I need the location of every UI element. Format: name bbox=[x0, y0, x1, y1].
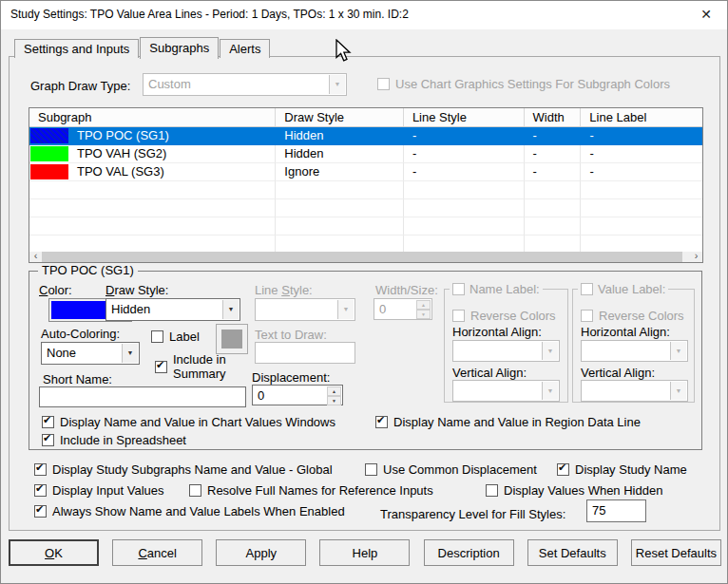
display-input-values-checkbox[interactable]: Display Input Values bbox=[34, 483, 164, 498]
ok-button[interactable]: OK bbox=[9, 539, 99, 566]
name-label-title: Name Label: bbox=[450, 282, 543, 296]
color-swatch bbox=[30, 146, 68, 161]
name-horizontal-align-combobox: ▼ bbox=[452, 340, 560, 362]
cancel-button[interactable]: Cancel bbox=[112, 539, 202, 566]
spinner-down-icon[interactable]: ▼ bbox=[327, 396, 341, 405]
use-common-displacement-checkbox[interactable]: Use Common Displacement bbox=[365, 462, 537, 477]
scrollbar-thumb[interactable] bbox=[42, 252, 682, 262]
table-row-empty bbox=[29, 199, 702, 217]
spinner-down-icon: ▼ bbox=[416, 310, 431, 319]
subgraph-list: Subgraph Draw Style Line Style Width Lin… bbox=[29, 107, 703, 263]
tab-subgraphs[interactable]: Subgraphs bbox=[140, 37, 219, 59]
scroll-right-icon[interactable]: › bbox=[690, 252, 702, 262]
always-show-labels-checkbox[interactable]: Always Show Name and Value Labels When E… bbox=[34, 504, 345, 518]
name-label-group: Name Label: Reverse Colors Horizontal Al… bbox=[444, 289, 568, 403]
include-in-spreadsheet-checkbox[interactable]: Include in Spreadsheet bbox=[42, 433, 186, 447]
value-horizontal-align-label: Horizontal Align: bbox=[581, 325, 670, 340]
window-title: Study Settings: TPO Value Area Lines - P… bbox=[10, 8, 409, 21]
chevron-down-icon: ▼ bbox=[670, 382, 686, 400]
tab-settings-and-inputs[interactable]: Settings and Inputs bbox=[14, 39, 139, 58]
name-label-checkbox bbox=[452, 283, 465, 295]
use-chart-graphics-checkbox: Use Chart Graphics Settings For Subgraph… bbox=[377, 77, 670, 91]
include-in-summary-checkbox[interactable]: Include in Summary bbox=[155, 352, 250, 381]
chevron-down-icon: ▼ bbox=[329, 75, 345, 94]
close-icon[interactable]: ✕ bbox=[697, 6, 716, 23]
column-header-width[interactable]: Width bbox=[525, 108, 582, 126]
table-row-empty bbox=[29, 217, 702, 235]
short-name-label: Short Name: bbox=[43, 372, 112, 387]
line-style-label: Line Style: bbox=[255, 283, 313, 298]
button-row: OK Cancel Apply Help Description Set Def… bbox=[9, 539, 721, 566]
graph-draw-type-combobox: Custom ▼ bbox=[143, 73, 347, 96]
display-study-name-checkbox[interactable]: Display Study Name bbox=[557, 462, 687, 477]
value-label-title: Value Label: bbox=[578, 282, 668, 296]
column-header-subgraph[interactable]: Subgraph bbox=[29, 108, 276, 126]
name-vertical-align-combobox: ▼ bbox=[452, 380, 560, 402]
value-reverse-colors-checkbox: Reverse Colors bbox=[581, 309, 684, 323]
value-vertical-align-label: Vertical Align: bbox=[581, 366, 655, 381]
displacement-label: Displacement: bbox=[252, 370, 330, 386]
table-row-sg2[interactable]: TPO VAH (SG2) Hidden - - - bbox=[29, 145, 702, 163]
column-header-line-style[interactable]: Line Style bbox=[404, 108, 525, 126]
spinner-up-icon: ▲ bbox=[416, 300, 431, 310]
value-label-checkbox bbox=[581, 283, 593, 295]
group-title: TPO POC (SG1) bbox=[38, 263, 138, 278]
draw-style-label: Draw Style: bbox=[105, 283, 168, 298]
display-subgraphs-global-checkbox[interactable]: Display Study Subgraphs Name and Value -… bbox=[34, 462, 333, 477]
name-reverse-colors-checkbox: Reverse Colors bbox=[452, 309, 556, 323]
value-label-group: Value Label: Reverse Colors Horizontal A… bbox=[572, 289, 695, 403]
label-color-swatch bbox=[221, 330, 242, 349]
set-defaults-button[interactable]: Set Defaults bbox=[527, 539, 618, 566]
color-swatch bbox=[30, 128, 68, 143]
displacement-spinner[interactable]: 0 ▲▼ bbox=[252, 385, 343, 405]
value-vertical-align-combobox: ▼ bbox=[581, 380, 688, 402]
name-vertical-align-label: Vertical Align: bbox=[452, 366, 527, 381]
width-size-label: Width/Size: bbox=[375, 283, 438, 298]
label-color-button[interactable] bbox=[216, 324, 248, 354]
graph-draw-type-label: Graph Draw Type: bbox=[30, 79, 130, 94]
column-header-draw-style[interactable]: Draw Style bbox=[276, 108, 404, 126]
description-button[interactable]: Description bbox=[424, 539, 514, 566]
width-size-spinner: 0 ▲▼ bbox=[374, 298, 432, 320]
display-values-when-hidden-checkbox[interactable]: Display Values When Hidden bbox=[486, 483, 662, 498]
draw-style-combobox[interactable]: Hidden ▼ bbox=[105, 298, 240, 321]
table-row-sg1[interactable]: TPO POC (SG1) Hidden - - - bbox=[29, 127, 702, 145]
checkbox-box bbox=[377, 78, 390, 90]
scroll-left-icon[interactable]: ‹ bbox=[29, 252, 42, 262]
chevron-down-icon: ▼ bbox=[542, 342, 558, 360]
subgraphs-panel: Graph Draw Type: Custom ▼ Use Chart Grap… bbox=[9, 56, 720, 531]
reset-defaults-button[interactable]: Reset Defaults bbox=[631, 539, 721, 566]
mouse-cursor-icon bbox=[334, 39, 353, 64]
study-settings-dialog: Study Settings: TPO Value Area Lines - P… bbox=[0, 0, 728, 584]
column-header-line-label[interactable]: Line Label bbox=[581, 108, 702, 126]
name-horizontal-align-label: Horizontal Align: bbox=[452, 325, 542, 340]
auto-coloring-combobox[interactable]: None ▼ bbox=[41, 342, 140, 365]
transparency-input[interactable]: 75 bbox=[586, 499, 646, 522]
apply-button[interactable]: Apply bbox=[216, 539, 306, 566]
table-row-sg3[interactable]: TPO VAL (SG3) Ignore - - - bbox=[29, 163, 702, 181]
chevron-down-icon: ▼ bbox=[337, 300, 354, 319]
line-style-combobox: ▼ bbox=[255, 298, 355, 321]
chevron-down-icon[interactable]: ▼ bbox=[222, 300, 239, 319]
help-button[interactable]: Help bbox=[319, 539, 410, 566]
chevron-down-icon[interactable]: ▼ bbox=[122, 344, 138, 363]
text-to-draw-input bbox=[255, 342, 355, 364]
transparency-label: Transparency Level for Fill Styles: bbox=[380, 507, 565, 522]
tab-alerts[interactable]: Alerts bbox=[220, 39, 270, 58]
short-name-input[interactable] bbox=[39, 386, 246, 407]
color-label: Color: bbox=[39, 283, 72, 298]
label-checkbox[interactable]: Label bbox=[151, 330, 200, 344]
horizontal-scrollbar[interactable]: ‹ › bbox=[29, 252, 702, 262]
text-to-draw-label: Text to Draw: bbox=[255, 328, 327, 343]
title-bar: Study Settings: TPO Value Area Lines - P… bbox=[1, 1, 727, 29]
display-chart-values-windows-checkbox[interactable]: Display Name and Value in Chart Values W… bbox=[42, 415, 335, 429]
resolve-full-names-checkbox[interactable]: Resolve Full Names for Reference Inputs bbox=[189, 483, 433, 498]
auto-coloring-label: Auto-Coloring: bbox=[41, 327, 120, 342]
chevron-down-icon: ▼ bbox=[670, 342, 686, 360]
value-horizontal-align-combobox: ▼ bbox=[581, 340, 688, 362]
subgraph-settings-group: TPO POC (SG1) Color: Draw Style: Hidden … bbox=[29, 271, 702, 450]
spinner-up-icon[interactable]: ▲ bbox=[327, 386, 341, 396]
tab-bar: Settings and Inputs Subgraphs Alerts bbox=[14, 36, 271, 58]
display-region-data-line-checkbox[interactable]: Display Name and Value in Region Data Li… bbox=[375, 415, 641, 429]
chevron-down-icon: ▼ bbox=[542, 382, 558, 400]
